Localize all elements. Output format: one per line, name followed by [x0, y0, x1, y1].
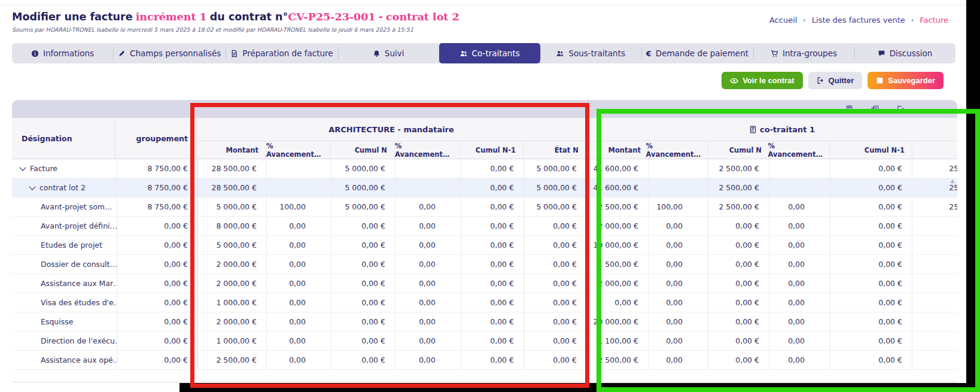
scrollbar-up-arrow[interactable]: ▲ [949, 178, 956, 192]
arch-cell[interactable]: 0,00 € [524, 217, 586, 235]
designation-cell[interactable]: Visa des études d'e… [12, 293, 117, 312]
arch-cell[interactable]: 0,00 [266, 255, 331, 274]
arch-cell[interactable]: 0,00 [266, 236, 331, 254]
tab-discussion[interactable]: Discussion [854, 43, 955, 63]
groupement-cell[interactable]: 8 750,00 € [117, 178, 197, 197]
ct-cell[interactable]: 0,00 € [708, 312, 769, 331]
ct-cell[interactable]: 0,00 € [708, 332, 769, 350]
designation-cell[interactable]: Assistance aux opé… [12, 351, 117, 369]
arch-cell[interactable]: 1 000,00 € [197, 332, 266, 350]
designation-cell[interactable]: Assistance aux Mar… [12, 274, 117, 293]
ct-cell[interactable]: 0,00 € [708, 255, 769, 274]
arch-cell[interactable]: 0,00 € [461, 159, 524, 178]
designation-cell[interactable]: contrat lot 2 [12, 178, 117, 197]
ct-cell[interactable]: 0,00 € [830, 351, 912, 369]
arch-cell[interactable]: 0,00 € [524, 312, 586, 331]
ct-cell[interactable]: 0,00 € [830, 255, 912, 274]
ct-cell[interactable]: 0,00 [769, 236, 830, 254]
arch-cell[interactable]: 0,00 € [331, 351, 395, 369]
ct-cell[interactable]: 0 [912, 332, 957, 350]
tab-sous-traitants[interactable]: Sous-traitants [540, 43, 641, 63]
arch-cell[interactable]: 0,00 € [331, 312, 395, 331]
designation-cell[interactable]: Facture [12, 159, 117, 178]
arch-cell[interactable]: 0,00 € [331, 217, 395, 235]
ct-cell[interactable]: 0,00 [648, 351, 708, 369]
arch-cell[interactable]: 0,00 € [524, 293, 586, 312]
groupement-cell[interactable]: 0,00 € [117, 351, 197, 369]
designation-cell[interactable]: Esquisse [12, 312, 117, 331]
arch-cell[interactable]: 5 000,00 € [331, 159, 395, 178]
ct-cell[interactable]: 2 000,00 € [586, 274, 648, 293]
ct-cell[interactable]: 0,00 [648, 312, 708, 331]
ct-cell[interactable]: 100,00 [648, 197, 708, 216]
arch-cell[interactable]: 0,00 [395, 274, 461, 293]
ct-cell[interactable]: 0,00 € [830, 274, 912, 293]
arch-cell[interactable]: 5 000,00 € [524, 178, 586, 197]
ct-cell[interactable]: 0,00 € [586, 293, 648, 312]
ct-cell[interactable]: 2 500,00 € [708, 197, 769, 216]
arch-cell[interactable]: 0,00 € [331, 332, 395, 350]
arch-cell[interactable]: 2 500,00 € [197, 351, 266, 369]
ct-cell[interactable]: 0,00 [769, 217, 830, 235]
arch-cell[interactable]: 0,00 [395, 255, 461, 274]
ct-cell[interactable]: 0,00 € [830, 178, 912, 197]
ct-cell[interactable] [648, 159, 708, 178]
arch-cell[interactable]: 2 000,00 € [197, 312, 266, 331]
ct-cell[interactable]: 0,00 € [708, 274, 769, 293]
arch-cell[interactable]: 0,00 € [461, 332, 524, 350]
ct-cell[interactable]: 20 000,00 € [586, 312, 648, 331]
designation-cell[interactable]: Etudes de projet [12, 236, 117, 254]
arch-cell[interactable]: 0,00 € [524, 351, 586, 369]
tab-informations[interactable]: Informations [12, 43, 113, 63]
ct-cell[interactable]: 0 [912, 312, 957, 331]
copy-icon[interactable] [871, 105, 879, 113]
arch-cell[interactable]: 0,00 € [461, 274, 524, 293]
ct-cell[interactable]: 2 500,00 € [708, 159, 769, 178]
ct-cell[interactable]: 0,00 [769, 293, 830, 312]
ct-cell[interactable]: 10 000,00 € [586, 236, 648, 254]
ct-cell[interactable]: 0,00 € [708, 293, 769, 312]
arch-cell[interactable]: 0,00 € [331, 274, 395, 293]
chevron-down-icon[interactable] [29, 183, 35, 190]
groupement-cell[interactable]: 0,00 € [117, 332, 197, 350]
arch-cell[interactable]: 5 000,00 € [197, 197, 266, 216]
arch-cell[interactable]: 0,00 € [331, 293, 395, 312]
arch-cell[interactable]: 0,00 € [461, 178, 524, 197]
ct-cell[interactable] [648, 178, 708, 197]
ct-cell[interactable]: 0 [912, 236, 957, 254]
ct-cell[interactable]: 0,00 € [830, 159, 912, 178]
arch-cell[interactable]: 5 000,00 € [524, 159, 586, 178]
arch-cell[interactable]: 0,00 € [461, 197, 524, 216]
breadcrumb-item-liste-des-factures-vente[interactable]: Liste des factures vente [812, 16, 905, 25]
arch-cell[interactable]: 0,00 [266, 217, 331, 235]
arch-cell[interactable]: 0,00 € [461, 217, 524, 235]
designation-cell[interactable]: Direction de l'exécu… [12, 332, 117, 350]
arch-cell[interactable]: 0,00 [395, 312, 461, 331]
ct-cell[interactable]: 0,00 [769, 274, 830, 293]
arch-cell[interactable]: 28 500,00 € [197, 178, 266, 197]
arch-cell[interactable]: 0,00 [266, 332, 331, 350]
ct-cell[interactable]: 41 600,00 € [586, 178, 648, 197]
ct-cell[interactable]: 0,00 [648, 255, 708, 274]
ct-cell[interactable]: 2 500,00 € [586, 351, 648, 369]
tab-intra-groupes[interactable]: Intra-groupes [753, 43, 854, 63]
breadcrumb-item-facture[interactable]: Facture [920, 16, 948, 25]
ct-cell[interactable]: 1 500,00 € [586, 255, 648, 274]
ct-cell[interactable] [769, 178, 830, 197]
designation-cell[interactable]: Dossier de consult… [12, 255, 117, 274]
ct-cell[interactable]: 0 [912, 217, 957, 235]
ct-cell[interactable]: 0,00 [648, 274, 708, 293]
arch-cell[interactable] [395, 178, 461, 197]
arch-cell[interactable]: 1 000,00 € [197, 293, 266, 312]
ct-cell[interactable]: 0,00 [769, 332, 830, 350]
arch-cell[interactable] [266, 159, 331, 178]
ct-cell[interactable]: 2 500,00 € [586, 197, 648, 216]
ct-cell[interactable]: 2500 [912, 197, 957, 216]
arch-cell[interactable]: 0,00 € [331, 236, 395, 254]
arch-cell[interactable]: 0,00 € [524, 236, 586, 254]
ct-cell[interactable]: 0,00 € [830, 197, 912, 216]
arch-cell[interactable]: 5 000,00 € [524, 197, 586, 216]
groupement-cell[interactable]: 0,00 € [117, 274, 197, 293]
ct-cell[interactable] [769, 159, 830, 178]
arch-cell[interactable]: 100,00 [266, 197, 331, 216]
